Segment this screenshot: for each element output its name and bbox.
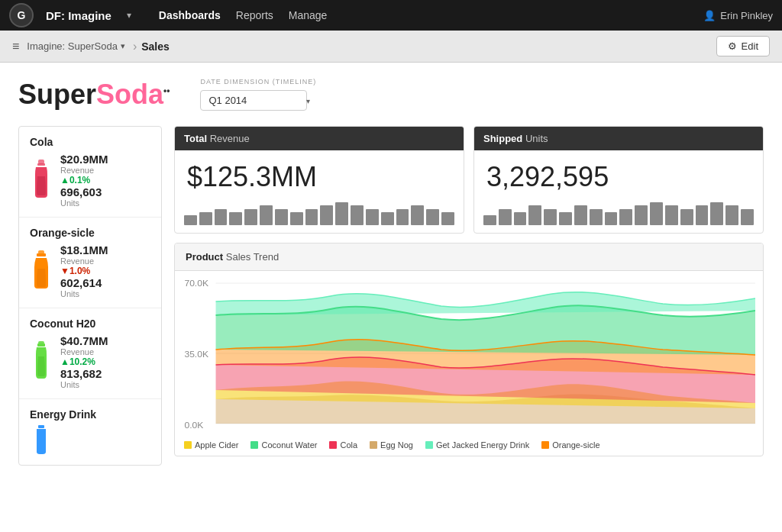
orange-revenue-label: Revenue bbox=[60, 256, 108, 266]
kpi-bar bbox=[605, 212, 618, 225]
kpi-bar bbox=[305, 209, 318, 225]
supersoda-logo: SuperSoda•• bbox=[18, 81, 170, 108]
legend-orange-sicle: Orange-sicle bbox=[541, 440, 599, 450]
chevron-down-icon: ▾ bbox=[306, 96, 310, 105]
main-content: SuperSoda•• DATE DIMENSION (TIMELINE) Q1… bbox=[0, 63, 782, 532]
cola-revenue: $20.9MM bbox=[60, 153, 108, 166]
breadcrumb-current-page: Sales bbox=[141, 40, 170, 53]
kpi-units-light: Units bbox=[525, 133, 548, 144]
legend-apple-cider: Apple Cider bbox=[184, 440, 238, 450]
kpi-bar bbox=[199, 212, 212, 225]
trend-chart-svg: 70.0K 35.0K 0.0K bbox=[183, 277, 755, 430]
kpi-units-value: 3,292,595 bbox=[474, 150, 763, 196]
cola-revenue-label: Revenue bbox=[60, 166, 108, 175]
svg-text:70.0K: 70.0K bbox=[184, 279, 208, 288]
area-get-jacked bbox=[216, 292, 755, 315]
trend-header: Product Sales Trend bbox=[175, 243, 763, 271]
product-name-orange: Orange-sicle bbox=[30, 227, 150, 239]
kpi-bar bbox=[351, 205, 364, 225]
kpi-bar bbox=[499, 209, 512, 225]
kpi-bar bbox=[741, 209, 754, 225]
app-dropdown-arrow[interactable]: ▾ bbox=[127, 10, 131, 21]
product-details-orange: $18.1MM Revenue ▼1.0% 602,614 Units bbox=[30, 243, 150, 298]
date-dimension-label: DATE DIMENSION (TIMELINE) bbox=[200, 78, 316, 85]
legend-label-egg-nog: Egg Nog bbox=[380, 440, 413, 450]
kpi-bar bbox=[559, 212, 572, 225]
kpi-revenue-light: Revenue bbox=[210, 133, 250, 144]
kpi-bar bbox=[696, 205, 709, 225]
kpi-bar bbox=[619, 209, 632, 225]
legend-dot-cola bbox=[329, 441, 337, 449]
kpi-row: Total Revenue $125.3MM Shipped Units 3,2… bbox=[174, 126, 764, 234]
orange-units: 602,614 bbox=[60, 276, 108, 289]
kpi-bar bbox=[710, 202, 723, 225]
breadcrumb-path[interactable]: Imagine: SuperSoda bbox=[27, 40, 118, 52]
cola-units-label: Units bbox=[60, 198, 108, 208]
coconut-units: 813,682 bbox=[60, 367, 108, 380]
legend-dot-coconut-water bbox=[250, 441, 258, 449]
legend-get-jacked: Get Jacked Energy Drink bbox=[425, 440, 529, 450]
date-select[interactable]: Q1 2014 Q2 2014 Q3 2014 Q4 2014 bbox=[200, 90, 307, 111]
edit-button[interactable]: ⚙ Edit bbox=[716, 36, 770, 56]
user-section: 👤 Erin Pinkley bbox=[703, 10, 773, 21]
kpi-bar bbox=[411, 205, 424, 225]
kpi-bar bbox=[725, 205, 738, 225]
product-item-energy[interactable]: Energy Drink bbox=[19, 399, 161, 465]
menu-icon[interactable]: ≡ bbox=[12, 40, 19, 53]
logo-trademark: •• bbox=[163, 85, 170, 96]
legend-dot-egg-nog bbox=[370, 441, 377, 449]
logo-super-text: Super bbox=[18, 79, 96, 110]
kpi-bar bbox=[441, 212, 454, 225]
kpi-bar bbox=[320, 205, 333, 225]
breadcrumb-dropdown-arrow[interactable]: ▾ bbox=[121, 41, 125, 51]
kpi-shipped-units: Shipped Units 3,292,595 bbox=[473, 126, 764, 234]
product-item-orange[interactable]: Orange-sicle $18.1MM Revenue ▼1.0% bbox=[19, 218, 161, 308]
legend-label-apple-cider: Apple Cider bbox=[195, 440, 238, 450]
cola-stats: $20.9MM Revenue ▲0.1% 696,603 Units bbox=[60, 153, 108, 208]
app-name-label: DF: Imagine bbox=[46, 9, 111, 22]
legend-cola: Cola bbox=[329, 440, 357, 450]
product-details-cola: $20.9MM Revenue ▲0.1% 696,603 Units bbox=[30, 153, 150, 208]
coconut-stats: $40.7MM Revenue ▲10.2% 813,682 Units bbox=[60, 334, 108, 389]
top-navigation: G DF: Imagine ▾ Dashboards Reports Manag… bbox=[0, 0, 782, 31]
nav-manage[interactable]: Manage bbox=[289, 9, 328, 21]
legend-label-coconut-water: Coconut Water bbox=[261, 440, 317, 450]
nav-dashboards[interactable]: Dashboards bbox=[159, 9, 221, 21]
kpi-bar bbox=[184, 215, 197, 225]
coconut-change: ▲10.2% bbox=[60, 356, 108, 367]
nav-reports[interactable]: Reports bbox=[236, 9, 273, 21]
kpi-bar bbox=[574, 205, 587, 225]
orange-revenue: $18.1MM bbox=[60, 243, 108, 256]
kpi-revenue-bold: Total bbox=[184, 133, 207, 144]
cola-units: 696,603 bbox=[60, 185, 108, 198]
kpi-units-header: Shipped Units bbox=[474, 127, 763, 150]
kpi-bar bbox=[544, 209, 557, 225]
date-select-wrapper[interactable]: Q1 2014 Q2 2014 Q3 2014 Q4 2014 ▾ bbox=[200, 90, 316, 111]
edit-label: Edit bbox=[742, 40, 758, 52]
kpi-bar bbox=[381, 212, 394, 225]
svg-rect-6 bbox=[38, 425, 44, 428]
svg-text:35.0K: 35.0K bbox=[184, 350, 208, 359]
kpi-bar bbox=[366, 209, 379, 225]
trend-header-bold: Product bbox=[186, 251, 223, 263]
user-icon: 👤 bbox=[703, 10, 716, 21]
product-item-cola[interactable]: Cola $20.9MM Revenue ▲0.1% bbox=[19, 127, 161, 218]
kpi-bar bbox=[590, 209, 603, 225]
kpi-bar bbox=[290, 212, 303, 225]
product-list: Cola $20.9MM Revenue ▲0.1% bbox=[18, 126, 162, 466]
app-logo[interactable]: G bbox=[9, 3, 34, 27]
nav-links: Dashboards Reports Manage bbox=[159, 9, 692, 21]
trend-legend: Apple Cider Coconut Water Cola Egg Nog bbox=[175, 436, 763, 456]
breadcrumb-separator: › bbox=[133, 40, 137, 53]
legend-label-get-jacked: Get Jacked Energy Drink bbox=[436, 440, 529, 450]
legend-dot-orange-sicle bbox=[541, 441, 549, 449]
svg-text:0.0K: 0.0K bbox=[184, 421, 204, 430]
kpi-revenue-value: $125.3MM bbox=[175, 150, 464, 196]
kpi-bar bbox=[215, 209, 228, 225]
kpi-bar bbox=[528, 205, 541, 225]
trend-card: Product Sales Trend 70.0K 35.0K 0.0K bbox=[174, 243, 764, 456]
product-item-coconut[interactable]: Coconut H20 $40.7MM Revenue ▲10.2% bbox=[19, 308, 161, 399]
orange-stats: $18.1MM Revenue ▼1.0% 602,614 Units bbox=[60, 243, 108, 298]
trend-chart-area: 70.0K 35.0K 0.0K bbox=[175, 271, 763, 436]
svg-rect-5 bbox=[37, 343, 45, 347]
